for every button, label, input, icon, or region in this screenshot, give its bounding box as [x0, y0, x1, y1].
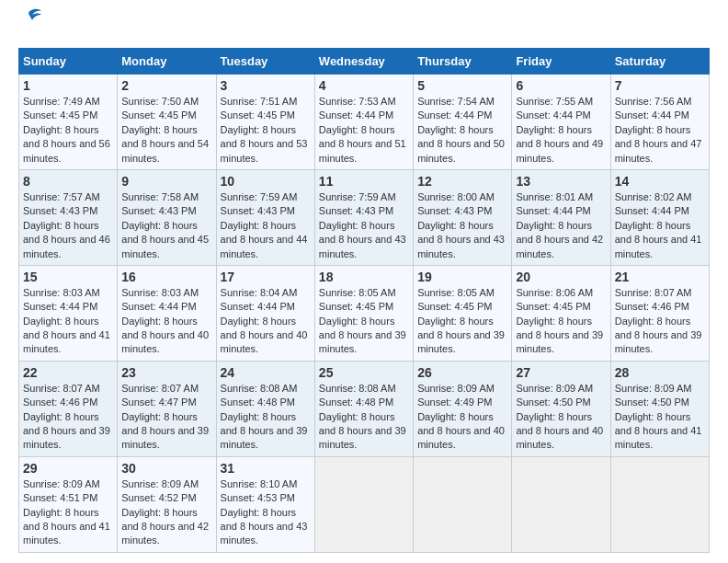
daylight-label: Daylight: 8 hours — [417, 411, 494, 422]
daylight-duration: and 8 hours and 42 minutes. — [121, 521, 209, 546]
sunrise-label: Sunrise: 7:50 AM — [121, 96, 199, 107]
daylight-duration: and 8 hours and 39 minutes. — [121, 425, 209, 450]
daylight-label: Daylight: 8 hours — [319, 411, 395, 422]
day-number: 22 — [23, 365, 113, 380]
day-info: Sunrise: 8:03 AM Sunset: 4:44 PM Dayligh… — [121, 286, 211, 357]
calendar-cell: 27 Sunrise: 8:09 AM Sunset: 4:50 PM Dayl… — [512, 361, 610, 456]
day-number: 14 — [615, 174, 705, 189]
weekday-header-thursday: Thursday — [414, 49, 512, 75]
sunrise-label: Sunrise: 8:10 AM — [221, 478, 298, 489]
daylight-label: Daylight: 8 hours — [319, 220, 395, 231]
daylight-label: Daylight: 8 hours — [221, 316, 297, 327]
calendar-cell: 10 Sunrise: 7:59 AM Sunset: 4:43 PM Dayl… — [216, 169, 314, 265]
day-info: Sunrise: 7:58 AM Sunset: 4:43 PM Dayligh… — [121, 190, 211, 261]
daylight-label: Daylight: 8 hours — [615, 124, 691, 135]
day-number: 17 — [221, 270, 311, 284]
day-info: Sunrise: 8:08 AM Sunset: 4:48 PM Dayligh… — [221, 382, 311, 453]
day-info: Sunrise: 8:05 AM Sunset: 4:45 PM Dayligh… — [319, 286, 409, 357]
sunset-label: Sunset: 4:44 PM — [417, 109, 492, 121]
weekday-header-monday: Monday — [118, 49, 216, 75]
day-info: Sunrise: 7:50 AM Sunset: 4:45 PM Dayligh… — [121, 95, 211, 166]
daylight-label: Daylight: 8 hours — [615, 220, 691, 231]
calendar-cell: 12 Sunrise: 8:00 AM Sunset: 4:43 PM Dayl… — [414, 169, 512, 265]
day-number: 1 — [23, 78, 113, 93]
sunset-label: Sunset: 4:47 PM — [121, 396, 196, 408]
day-number: 13 — [516, 174, 606, 189]
sunrise-label: Sunrise: 8:06 AM — [516, 287, 593, 298]
day-number: 19 — [417, 270, 507, 284]
day-number: 31 — [221, 461, 311, 476]
day-info: Sunrise: 8:09 AM Sunset: 4:52 PM Dayligh… — [121, 477, 211, 548]
daylight-label: Daylight: 8 hours — [319, 316, 395, 327]
day-number: 18 — [319, 270, 409, 284]
day-info: Sunrise: 8:07 AM Sunset: 4:47 PM Dayligh… — [121, 382, 211, 453]
day-info: Sunrise: 8:07 AM Sunset: 4:46 PM Dayligh… — [615, 286, 705, 357]
day-info: Sunrise: 7:57 AM Sunset: 4:43 PM Dayligh… — [23, 190, 113, 261]
daylight-label: Daylight: 8 hours — [23, 316, 99, 327]
day-info: Sunrise: 8:01 AM Sunset: 4:44 PM Dayligh… — [516, 190, 606, 261]
day-info: Sunrise: 8:03 AM Sunset: 4:44 PM Dayligh… — [23, 286, 113, 357]
daylight-label: Daylight: 8 hours — [23, 507, 99, 518]
daylight-duration: and 8 hours and 46 minutes. — [23, 234, 110, 259]
daylight-label: Daylight: 8 hours — [221, 124, 297, 135]
weekday-header-tuesday: Tuesday — [216, 49, 314, 75]
sunset-label: Sunset: 4:45 PM — [319, 301, 393, 312]
sunset-label: Sunset: 4:45 PM — [121, 109, 196, 121]
day-info: Sunrise: 8:10 AM Sunset: 4:53 PM Dayligh… — [221, 477, 311, 548]
day-number: 8 — [23, 174, 113, 189]
sunrise-label: Sunrise: 8:02 AM — [615, 191, 692, 202]
daylight-duration: and 8 hours and 56 minutes. — [23, 138, 110, 163]
daylight-label: Daylight: 8 hours — [121, 411, 198, 422]
sunset-label: Sunset: 4:45 PM — [221, 109, 295, 121]
day-info: Sunrise: 7:49 AM Sunset: 4:45 PM Dayligh… — [23, 95, 113, 166]
daylight-duration: and 8 hours and 39 minutes. — [221, 425, 308, 450]
sunset-label: Sunset: 4:49 PM — [417, 396, 492, 408]
daylight-label: Daylight: 8 hours — [23, 124, 99, 135]
calendar-cell: 29 Sunrise: 8:09 AM Sunset: 4:51 PM Dayl… — [19, 456, 118, 552]
day-info: Sunrise: 8:08 AM Sunset: 4:48 PM Dayligh… — [319, 382, 409, 453]
day-info: Sunrise: 7:55 AM Sunset: 4:44 PM Dayligh… — [516, 95, 606, 166]
day-info: Sunrise: 7:56 AM Sunset: 4:44 PM Dayligh… — [615, 95, 705, 166]
calendar-cell: 1 Sunrise: 7:49 AM Sunset: 4:45 PM Dayli… — [19, 75, 118, 170]
sunset-label: Sunset: 4:45 PM — [516, 301, 590, 312]
sunset-label: Sunset: 4:44 PM — [319, 109, 393, 121]
weekday-header-friday: Friday — [512, 49, 610, 75]
sunrise-label: Sunrise: 7:57 AM — [23, 191, 100, 202]
sunrise-label: Sunrise: 8:04 AM — [221, 287, 298, 298]
sunset-label: Sunset: 4:51 PM — [23, 492, 97, 503]
calendar-cell: 21 Sunrise: 8:07 AM Sunset: 4:46 PM Dayl… — [610, 265, 709, 361]
sunset-label: Sunset: 4:43 PM — [221, 205, 295, 216]
sunrise-label: Sunrise: 7:58 AM — [121, 191, 199, 202]
daylight-label: Daylight: 8 hours — [121, 220, 198, 231]
day-number: 7 — [615, 78, 705, 93]
day-number: 4 — [319, 78, 409, 93]
daylight-duration: and 8 hours and 41 minutes. — [615, 234, 702, 259]
daylight-label: Daylight: 8 hours — [615, 411, 691, 422]
daylight-duration: and 8 hours and 47 minutes. — [615, 138, 702, 163]
calendar-cell: 22 Sunrise: 8:07 AM Sunset: 4:46 PM Dayl… — [19, 361, 118, 456]
calendar-cell: 17 Sunrise: 8:04 AM Sunset: 4:44 PM Dayl… — [216, 265, 314, 361]
calendar-week-3: 15 Sunrise: 8:03 AM Sunset: 4:44 PM Dayl… — [19, 265, 710, 361]
sunset-label: Sunset: 4:44 PM — [516, 109, 590, 121]
day-number: 3 — [221, 78, 311, 93]
sunrise-label: Sunrise: 8:07 AM — [23, 383, 100, 394]
day-info: Sunrise: 7:54 AM Sunset: 4:44 PM Dayligh… — [417, 95, 507, 166]
day-number: 10 — [221, 174, 311, 189]
logo-bird-icon — [14, 7, 43, 33]
daylight-label: Daylight: 8 hours — [417, 124, 494, 135]
day-number: 23 — [121, 365, 211, 380]
daylight-label: Daylight: 8 hours — [221, 411, 297, 422]
calendar-week-5: 29 Sunrise: 8:09 AM Sunset: 4:51 PM Dayl… — [19, 456, 710, 552]
daylight-label: Daylight: 8 hours — [121, 124, 198, 135]
sunrise-label: Sunrise: 7:59 AM — [221, 191, 298, 202]
daylight-duration: and 8 hours and 43 minutes. — [221, 521, 308, 546]
day-info: Sunrise: 8:05 AM Sunset: 4:45 PM Dayligh… — [417, 286, 507, 357]
sunset-label: Sunset: 4:44 PM — [615, 109, 689, 121]
calendar-cell: 3 Sunrise: 7:51 AM Sunset: 4:45 PM Dayli… — [216, 75, 314, 170]
sunset-label: Sunset: 4:43 PM — [121, 205, 196, 216]
day-info: Sunrise: 8:09 AM Sunset: 4:49 PM Dayligh… — [417, 382, 507, 453]
day-number: 5 — [417, 78, 507, 93]
calendar-table: SundayMondayTuesdayWednesdayThursdayFrid… — [18, 48, 710, 553]
sunrise-label: Sunrise: 8:00 AM — [417, 191, 495, 202]
daylight-duration: and 8 hours and 45 minutes. — [121, 234, 209, 259]
